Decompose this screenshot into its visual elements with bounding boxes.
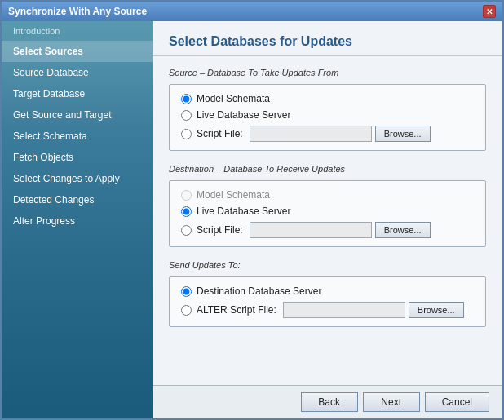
send-alter-script-label: ALTER Script File: xyxy=(197,304,276,316)
source-script-file-label: Script File: xyxy=(197,128,243,139)
sidebar-item-detected-changes[interactable]: Detected Changes xyxy=(2,189,153,210)
content-area: Introduction Select Sources Source Datab… xyxy=(2,21,502,418)
dest-script-file-row: Script File: Browse... xyxy=(181,222,474,238)
page-title: Select Databases for Updates xyxy=(169,34,486,49)
source-section: Source – Database To Take Updates From M… xyxy=(169,68,486,151)
main-header: Select Databases for Updates xyxy=(153,21,502,56)
send-alter-script-radio[interactable] xyxy=(181,305,192,316)
send-browse-button[interactable]: Browse... xyxy=(409,302,464,318)
source-live-db-label: Live Database Server xyxy=(197,109,290,121)
send-updates-label: Send Updates To: xyxy=(169,260,486,270)
source-section-label: Source – Database To Take Updates From xyxy=(169,68,486,77)
title-bar: Synchronize With Any Source ✕ xyxy=(2,2,502,21)
sidebar-item-target-database[interactable]: Target Database xyxy=(2,83,153,104)
sidebar-item-introduction[interactable]: Introduction xyxy=(2,21,153,41)
send-alter-script-row: ALTER Script File: Browse... xyxy=(181,302,474,318)
dest-live-db-label: Live Database Server xyxy=(197,206,290,217)
window-title: Synchronize With Any Source xyxy=(8,6,147,17)
sidebar-item-select-sources[interactable]: Select Sources xyxy=(2,41,153,62)
source-browse-button[interactable]: Browse... xyxy=(375,126,431,142)
dest-script-file-label: Script File: xyxy=(197,224,243,236)
source-model-schemata-radio[interactable] xyxy=(181,94,192,104)
next-button[interactable]: Next xyxy=(363,392,420,412)
source-script-file-input[interactable] xyxy=(250,126,372,142)
sidebar-item-source-database[interactable]: Source Database xyxy=(2,62,153,83)
send-dest-db-label: Destination Database Server xyxy=(197,285,321,297)
dest-live-db-radio[interactable] xyxy=(181,206,192,217)
sidebar: Introduction Select Sources Source Datab… xyxy=(2,21,153,418)
main-panel: Select Databases for Updates Source – Da… xyxy=(153,21,502,418)
dest-script-file-input[interactable] xyxy=(250,222,372,238)
send-updates-section: Send Updates To: Destination Database Se… xyxy=(169,260,486,327)
close-button[interactable]: ✕ xyxy=(483,5,496,18)
source-script-file-radio[interactable] xyxy=(181,129,192,139)
source-section-box: Model Schemata Live Database Server Scri… xyxy=(169,84,486,151)
sidebar-item-select-schemata[interactable]: Select Schemata xyxy=(2,126,153,147)
sidebar-item-alter-progress[interactable]: Alter Progress xyxy=(2,210,153,232)
destination-section-box: Model Schemata Live Database Server Scri… xyxy=(169,180,486,247)
back-button[interactable]: Back xyxy=(301,392,358,412)
destination-section-label: Destination – Database To Receive Update… xyxy=(169,164,486,174)
dest-browse-button[interactable]: Browse... xyxy=(375,222,431,238)
source-model-schemata-row: Model Schemata xyxy=(181,93,474,104)
cancel-button[interactable]: Cancel xyxy=(425,392,489,412)
dest-script-file-radio[interactable] xyxy=(181,225,192,236)
source-live-db-radio[interactable] xyxy=(181,110,192,121)
destination-section: Destination – Database To Receive Update… xyxy=(169,164,486,247)
send-dest-db-row: Destination Database Server xyxy=(181,285,474,297)
dest-model-schemata-row: Model Schemata xyxy=(181,189,474,201)
dest-model-schemata-radio[interactable] xyxy=(181,190,192,201)
source-live-db-row: Live Database Server xyxy=(181,109,474,121)
source-script-file-row: Script File: Browse... xyxy=(181,126,474,142)
send-dest-db-radio[interactable] xyxy=(181,286,192,297)
send-updates-box: Destination Database Server ALTER Script… xyxy=(169,276,486,327)
send-alter-script-input[interactable] xyxy=(283,302,405,318)
footer: Back Next Cancel xyxy=(153,385,502,418)
main-body: Source – Database To Take Updates From M… xyxy=(153,56,502,385)
main-window: Synchronize With Any Source ✕ Introducti… xyxy=(0,0,504,420)
sidebar-item-fetch-objects[interactable]: Fetch Objects xyxy=(2,147,153,168)
dest-live-db-row: Live Database Server xyxy=(181,206,474,217)
sidebar-item-select-changes[interactable]: Select Changes to Apply xyxy=(2,168,153,189)
dest-model-schemata-label: Model Schemata xyxy=(197,189,270,201)
sidebar-item-get-source-target[interactable]: Get Source and Target xyxy=(2,104,153,126)
source-model-schemata-label: Model Schemata xyxy=(197,93,270,104)
